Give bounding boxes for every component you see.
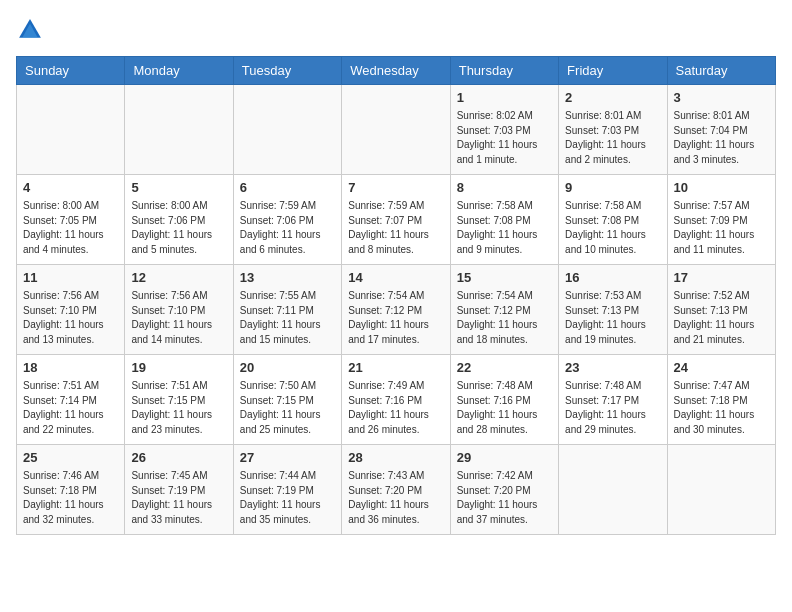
calendar-day: 22Sunrise: 7:48 AM Sunset: 7:16 PM Dayli… bbox=[450, 355, 558, 445]
calendar-day: 17Sunrise: 7:52 AM Sunset: 7:13 PM Dayli… bbox=[667, 265, 775, 355]
calendar-day: 23Sunrise: 7:48 AM Sunset: 7:17 PM Dayli… bbox=[559, 355, 667, 445]
day-number: 25 bbox=[23, 449, 118, 467]
day-info: Sunrise: 7:42 AM Sunset: 7:20 PM Dayligh… bbox=[457, 469, 552, 527]
day-info: Sunrise: 7:51 AM Sunset: 7:15 PM Dayligh… bbox=[131, 379, 226, 437]
day-number: 8 bbox=[457, 179, 552, 197]
day-info: Sunrise: 7:53 AM Sunset: 7:13 PM Dayligh… bbox=[565, 289, 660, 347]
day-info: Sunrise: 8:02 AM Sunset: 7:03 PM Dayligh… bbox=[457, 109, 552, 167]
header-day: Friday bbox=[559, 57, 667, 85]
day-number: 29 bbox=[457, 449, 552, 467]
day-number: 22 bbox=[457, 359, 552, 377]
logo-icon bbox=[16, 16, 44, 44]
day-info: Sunrise: 7:56 AM Sunset: 7:10 PM Dayligh… bbox=[131, 289, 226, 347]
day-number: 24 bbox=[674, 359, 769, 377]
day-info: Sunrise: 7:45 AM Sunset: 7:19 PM Dayligh… bbox=[131, 469, 226, 527]
day-info: Sunrise: 7:49 AM Sunset: 7:16 PM Dayligh… bbox=[348, 379, 443, 437]
day-info: Sunrise: 7:43 AM Sunset: 7:20 PM Dayligh… bbox=[348, 469, 443, 527]
day-number: 27 bbox=[240, 449, 335, 467]
calendar-day: 21Sunrise: 7:49 AM Sunset: 7:16 PM Dayli… bbox=[342, 355, 450, 445]
logo bbox=[16, 16, 48, 44]
header-row: SundayMondayTuesdayWednesdayThursdayFrid… bbox=[17, 57, 776, 85]
day-info: Sunrise: 7:54 AM Sunset: 7:12 PM Dayligh… bbox=[348, 289, 443, 347]
calendar-day: 15Sunrise: 7:54 AM Sunset: 7:12 PM Dayli… bbox=[450, 265, 558, 355]
day-number: 17 bbox=[674, 269, 769, 287]
calendar-day: 20Sunrise: 7:50 AM Sunset: 7:15 PM Dayli… bbox=[233, 355, 341, 445]
day-number: 16 bbox=[565, 269, 660, 287]
calendar-day: 7Sunrise: 7:59 AM Sunset: 7:07 PM Daylig… bbox=[342, 175, 450, 265]
calendar-day: 6Sunrise: 7:59 AM Sunset: 7:06 PM Daylig… bbox=[233, 175, 341, 265]
calendar-day: 5Sunrise: 8:00 AM Sunset: 7:06 PM Daylig… bbox=[125, 175, 233, 265]
day-info: Sunrise: 7:47 AM Sunset: 7:18 PM Dayligh… bbox=[674, 379, 769, 437]
calendar-header: SundayMondayTuesdayWednesdayThursdayFrid… bbox=[17, 57, 776, 85]
calendar-day: 8Sunrise: 7:58 AM Sunset: 7:08 PM Daylig… bbox=[450, 175, 558, 265]
calendar-week: 4Sunrise: 8:00 AM Sunset: 7:05 PM Daylig… bbox=[17, 175, 776, 265]
calendar-day: 26Sunrise: 7:45 AM Sunset: 7:19 PM Dayli… bbox=[125, 445, 233, 535]
day-info: Sunrise: 7:57 AM Sunset: 7:09 PM Dayligh… bbox=[674, 199, 769, 257]
day-number: 19 bbox=[131, 359, 226, 377]
day-number: 14 bbox=[348, 269, 443, 287]
day-number: 9 bbox=[565, 179, 660, 197]
calendar-day: 9Sunrise: 7:58 AM Sunset: 7:08 PM Daylig… bbox=[559, 175, 667, 265]
calendar-day: 19Sunrise: 7:51 AM Sunset: 7:15 PM Dayli… bbox=[125, 355, 233, 445]
day-info: Sunrise: 7:46 AM Sunset: 7:18 PM Dayligh… bbox=[23, 469, 118, 527]
header-day: Thursday bbox=[450, 57, 558, 85]
day-info: Sunrise: 8:00 AM Sunset: 7:06 PM Dayligh… bbox=[131, 199, 226, 257]
day-info: Sunrise: 7:59 AM Sunset: 7:07 PM Dayligh… bbox=[348, 199, 443, 257]
calendar-day: 11Sunrise: 7:56 AM Sunset: 7:10 PM Dayli… bbox=[17, 265, 125, 355]
day-info: Sunrise: 7:58 AM Sunset: 7:08 PM Dayligh… bbox=[457, 199, 552, 257]
day-number: 5 bbox=[131, 179, 226, 197]
day-number: 4 bbox=[23, 179, 118, 197]
calendar-day: 18Sunrise: 7:51 AM Sunset: 7:14 PM Dayli… bbox=[17, 355, 125, 445]
calendar-day bbox=[17, 85, 125, 175]
day-number: 10 bbox=[674, 179, 769, 197]
day-info: Sunrise: 7:50 AM Sunset: 7:15 PM Dayligh… bbox=[240, 379, 335, 437]
page-header bbox=[16, 16, 776, 44]
header-day: Tuesday bbox=[233, 57, 341, 85]
calendar-day: 10Sunrise: 7:57 AM Sunset: 7:09 PM Dayli… bbox=[667, 175, 775, 265]
header-day: Wednesday bbox=[342, 57, 450, 85]
header-day: Sunday bbox=[17, 57, 125, 85]
day-info: Sunrise: 7:48 AM Sunset: 7:17 PM Dayligh… bbox=[565, 379, 660, 437]
day-info: Sunrise: 7:56 AM Sunset: 7:10 PM Dayligh… bbox=[23, 289, 118, 347]
calendar-table: SundayMondayTuesdayWednesdayThursdayFrid… bbox=[16, 56, 776, 535]
day-number: 3 bbox=[674, 89, 769, 107]
day-info: Sunrise: 7:48 AM Sunset: 7:16 PM Dayligh… bbox=[457, 379, 552, 437]
day-info: Sunrise: 7:44 AM Sunset: 7:19 PM Dayligh… bbox=[240, 469, 335, 527]
day-number: 15 bbox=[457, 269, 552, 287]
calendar-week: 11Sunrise: 7:56 AM Sunset: 7:10 PM Dayli… bbox=[17, 265, 776, 355]
day-number: 11 bbox=[23, 269, 118, 287]
day-info: Sunrise: 7:52 AM Sunset: 7:13 PM Dayligh… bbox=[674, 289, 769, 347]
day-number: 1 bbox=[457, 89, 552, 107]
calendar-week: 18Sunrise: 7:51 AM Sunset: 7:14 PM Dayli… bbox=[17, 355, 776, 445]
day-number: 21 bbox=[348, 359, 443, 377]
calendar-body: 1Sunrise: 8:02 AM Sunset: 7:03 PM Daylig… bbox=[17, 85, 776, 535]
day-number: 12 bbox=[131, 269, 226, 287]
calendar-day: 24Sunrise: 7:47 AM Sunset: 7:18 PM Dayli… bbox=[667, 355, 775, 445]
calendar-day: 13Sunrise: 7:55 AM Sunset: 7:11 PM Dayli… bbox=[233, 265, 341, 355]
calendar-day bbox=[233, 85, 341, 175]
day-info: Sunrise: 7:55 AM Sunset: 7:11 PM Dayligh… bbox=[240, 289, 335, 347]
calendar-day bbox=[667, 445, 775, 535]
day-number: 13 bbox=[240, 269, 335, 287]
calendar-day: 2Sunrise: 8:01 AM Sunset: 7:03 PM Daylig… bbox=[559, 85, 667, 175]
day-info: Sunrise: 7:54 AM Sunset: 7:12 PM Dayligh… bbox=[457, 289, 552, 347]
calendar-day: 4Sunrise: 8:00 AM Sunset: 7:05 PM Daylig… bbox=[17, 175, 125, 265]
day-number: 7 bbox=[348, 179, 443, 197]
day-info: Sunrise: 7:51 AM Sunset: 7:14 PM Dayligh… bbox=[23, 379, 118, 437]
calendar-day: 3Sunrise: 8:01 AM Sunset: 7:04 PM Daylig… bbox=[667, 85, 775, 175]
calendar-day: 28Sunrise: 7:43 AM Sunset: 7:20 PM Dayli… bbox=[342, 445, 450, 535]
calendar-day: 1Sunrise: 8:02 AM Sunset: 7:03 PM Daylig… bbox=[450, 85, 558, 175]
day-info: Sunrise: 8:01 AM Sunset: 7:04 PM Dayligh… bbox=[674, 109, 769, 167]
calendar-day: 12Sunrise: 7:56 AM Sunset: 7:10 PM Dayli… bbox=[125, 265, 233, 355]
calendar-day bbox=[125, 85, 233, 175]
day-number: 2 bbox=[565, 89, 660, 107]
day-info: Sunrise: 7:59 AM Sunset: 7:06 PM Dayligh… bbox=[240, 199, 335, 257]
day-number: 28 bbox=[348, 449, 443, 467]
day-info: Sunrise: 7:58 AM Sunset: 7:08 PM Dayligh… bbox=[565, 199, 660, 257]
calendar-day: 27Sunrise: 7:44 AM Sunset: 7:19 PM Dayli… bbox=[233, 445, 341, 535]
day-number: 26 bbox=[131, 449, 226, 467]
calendar-day: 25Sunrise: 7:46 AM Sunset: 7:18 PM Dayli… bbox=[17, 445, 125, 535]
calendar-day bbox=[342, 85, 450, 175]
header-day: Saturday bbox=[667, 57, 775, 85]
day-number: 6 bbox=[240, 179, 335, 197]
